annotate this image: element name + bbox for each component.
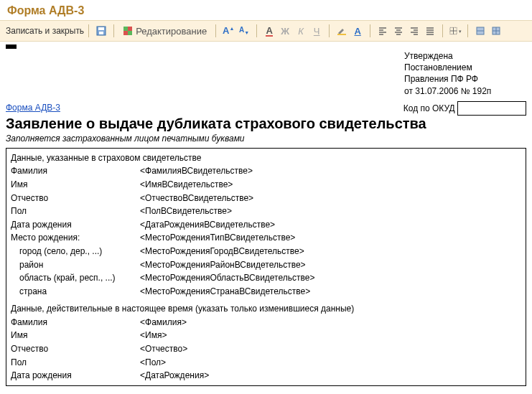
divider bbox=[215, 24, 216, 37]
edit-mode-label: Редактирование bbox=[136, 27, 207, 36]
svg-rect-7 bbox=[337, 34, 346, 35]
section-header: Данные, указанные в страховом свидетельс… bbox=[11, 151, 521, 165]
approval-line: Постановлением bbox=[404, 62, 526, 73]
font-select-icon[interactable]: A bbox=[350, 24, 365, 38]
divider bbox=[256, 24, 257, 37]
align-center-icon[interactable] bbox=[391, 24, 406, 38]
field-value: <ДатаРожденияВСвидетельстве> bbox=[140, 218, 275, 232]
align-justify-icon[interactable] bbox=[423, 24, 437, 38]
approval-line: от 31.07.2006 № 192п bbox=[404, 85, 526, 97]
bold-icon[interactable]: Ж bbox=[278, 24, 292, 38]
section-header: Данные, действительные в настоящее время… bbox=[11, 302, 521, 316]
align-right-icon[interactable] bbox=[407, 24, 421, 38]
field-label: Пол bbox=[11, 356, 140, 370]
field-value: <ИмяВСвидетельстве> bbox=[140, 178, 233, 192]
align-left-icon[interactable] bbox=[375, 24, 390, 38]
highlight-icon[interactable] bbox=[335, 24, 349, 38]
divider bbox=[442, 24, 443, 37]
divider bbox=[467, 24, 468, 37]
window-title: Форма АДВ-3 bbox=[0, 0, 532, 20]
edit-mode-button[interactable]: Редактирование bbox=[119, 24, 210, 38]
field-value: <МестоРожденияОбластьВСвидетельстве> bbox=[140, 271, 314, 285]
form-link[interactable]: Форма АДВ-3 bbox=[6, 103, 60, 113]
data-box: Данные, указанные в страховом свидетельс… bbox=[6, 148, 526, 386]
approval-line: Правления ПФ РФ bbox=[404, 73, 526, 85]
field-value: <ФамилияВСвидетельстве> bbox=[140, 164, 253, 178]
field-value: <МестоРожденияСтранаВСвидетельстве> bbox=[140, 285, 310, 299]
approval-block: Утверждена Постановлением Правления ПФ Р… bbox=[404, 50, 526, 97]
field-label: Фамилия bbox=[11, 164, 140, 178]
save-icon[interactable] bbox=[94, 24, 108, 38]
field-value: <Отчество> bbox=[140, 342, 187, 356]
toolbar: Записать и закрыть Редактирование A▲ A▼ … bbox=[0, 20, 532, 42]
field-label: Отчество bbox=[11, 192, 140, 205]
field-label: Фамилия bbox=[11, 316, 140, 329]
field-value: <Имя> bbox=[140, 329, 167, 342]
field-label: район bbox=[11, 258, 140, 272]
field-label: город (село, дер., ...) bbox=[11, 245, 140, 258]
borders-icon[interactable]: ▾ bbox=[448, 24, 462, 38]
svg-rect-2 bbox=[99, 32, 103, 34]
field-value: <МестоРожденияРайонВСвидетельстве> bbox=[140, 258, 306, 272]
field-label: Имя bbox=[11, 329, 140, 342]
svg-rect-3 bbox=[123, 27, 128, 31]
font-color-icon[interactable]: A bbox=[262, 24, 276, 38]
approval-line: Утверждена bbox=[404, 50, 526, 62]
field-label: Дата рождения bbox=[11, 218, 140, 232]
field-value: <ДатаРождения> bbox=[140, 369, 209, 383]
table-icon[interactable] bbox=[489, 24, 503, 38]
field-value: <Фамилия> bbox=[140, 316, 187, 329]
okud-input[interactable] bbox=[457, 101, 526, 116]
okud-label: Код по ОКУД bbox=[403, 103, 455, 113]
field-value: <МестоРожденияТипВСвидетельстве> bbox=[140, 231, 295, 245]
cells-icon[interactable] bbox=[473, 24, 487, 38]
field-label: Дата рождения bbox=[11, 369, 140, 383]
divider bbox=[113, 24, 114, 37]
field-label: Пол bbox=[11, 205, 140, 218]
italic-icon[interactable]: К bbox=[294, 24, 308, 38]
divider bbox=[370, 24, 370, 37]
doc-subtitle: Заполняется застрахованным лицом печатны… bbox=[6, 133, 526, 144]
field-value: <МестоРожденияГородВСвидетельстве> bbox=[140, 245, 304, 258]
field-value: <ОтчествоВСвидетельстве> bbox=[140, 192, 253, 205]
doc-title: Заявление о выдаче дубликата страхового … bbox=[6, 116, 526, 132]
font-decrease-icon[interactable]: A▼ bbox=[237, 24, 251, 38]
ruler-marker bbox=[6, 44, 17, 49]
svg-rect-1 bbox=[98, 27, 104, 30]
divider bbox=[88, 24, 89, 37]
field-value: <ПолВСвидетельстве> bbox=[140, 205, 232, 218]
divider bbox=[329, 24, 330, 37]
field-value: <Пол> bbox=[140, 356, 166, 370]
font-increase-icon[interactable]: A▲ bbox=[221, 24, 235, 38]
svg-rect-4 bbox=[128, 31, 132, 35]
field-label: Место рождения: bbox=[11, 231, 140, 245]
field-label: Отчество bbox=[11, 342, 140, 356]
underline-icon[interactable]: Ч bbox=[309, 24, 324, 38]
save-close-button[interactable]: Записать и закрыть bbox=[6, 26, 84, 36]
svg-rect-6 bbox=[123, 31, 128, 35]
field-label: страна bbox=[11, 285, 140, 299]
field-label: область (край, респ., ...) bbox=[11, 271, 140, 285]
document-area: Утверждена Постановлением Правления ПФ Р… bbox=[0, 42, 532, 386]
field-label: Имя bbox=[11, 178, 140, 192]
svg-rect-5 bbox=[128, 27, 132, 31]
